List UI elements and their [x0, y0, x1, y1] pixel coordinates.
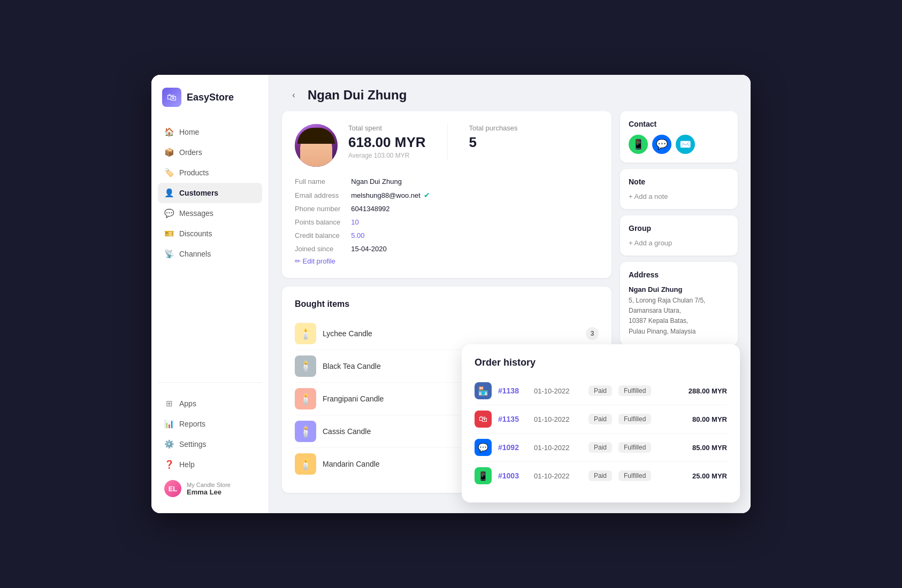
- order-id[interactable]: #1003: [498, 471, 528, 480]
- order-fulfillment: Fulfilled: [618, 385, 651, 396]
- order-date: 01-10-2022: [534, 387, 582, 395]
- orders-icon: 📦: [164, 148, 174, 157]
- item-thumbnail: 🕯️: [295, 421, 316, 442]
- sidebar-item-label: Customers: [179, 189, 218, 197]
- order-platform-icon: 🛍: [475, 411, 492, 428]
- channels-icon: 📡: [164, 249, 174, 259]
- total-purchases-label: Total purchases: [469, 124, 518, 132]
- sidebar-item-label: Apps: [179, 399, 196, 408]
- sidebar-item-help[interactable]: ❓ Help: [158, 454, 262, 475]
- sidebar-item-label: Messages: [179, 209, 213, 218]
- sidebar-item-channels[interactable]: 📡 Channels: [158, 244, 262, 264]
- total-spent-label: Total spent: [348, 124, 426, 132]
- item-name: Lychee Candle: [323, 329, 579, 338]
- credit-value: 5.00: [351, 231, 599, 239]
- order-history-title: Order history: [475, 357, 727, 368]
- note-title: Note: [629, 177, 729, 186]
- item-thumbnail: 🕯️: [295, 323, 316, 344]
- order-amount: 288.00 MYR: [689, 387, 727, 395]
- customer-profile-card: Total spent 618.00 MYR Average 103.00 MY…: [282, 111, 611, 278]
- sidebar-divider: [158, 382, 262, 383]
- order-amount: 80.00 MYR: [692, 415, 727, 423]
- sidebar-item-orders[interactable]: 📦 Orders: [158, 142, 262, 163]
- sidebar-item-products[interactable]: 🏷️ Products: [158, 163, 262, 183]
- sidebar-item-label: Home: [179, 128, 199, 136]
- user-info: My Candle Store Emma Lee: [187, 482, 231, 496]
- total-purchases-value: 5: [469, 134, 518, 151]
- sidebar-item-discounts[interactable]: 🎫 Discounts: [158, 223, 262, 244]
- sidebar-item-label: Orders: [179, 148, 202, 157]
- logo-text: EasyStore: [187, 92, 234, 103]
- order-id[interactable]: #1135: [498, 415, 528, 423]
- item-count: 3: [586, 327, 599, 340]
- email-label: Email address: [295, 191, 340, 199]
- sidebar-logo: 🛍 EasyStore: [151, 75, 269, 118]
- sidebar-item-label: Reports: [179, 420, 205, 428]
- orders-list: 🏪 #1138 01-10-2022 Paid Fulfilled 288.00…: [475, 377, 727, 490]
- sidebar-user[interactable]: EL My Candle Store Emma Lee: [158, 475, 262, 502]
- main-nav: 🏠 Home 📦 Orders 🏷️ Products 👤 Customers …: [151, 118, 269, 378]
- table-row: 📱 #1003 01-10-2022 Paid Fulfilled 25.00 …: [475, 462, 727, 490]
- add-note-button[interactable]: + Add a note: [629, 192, 729, 200]
- edit-profile-button[interactable]: ✏ Edit profile: [295, 257, 599, 265]
- messenger-button[interactable]: 💬: [652, 135, 671, 154]
- email-button[interactable]: ✉️: [676, 135, 695, 154]
- help-icon: ❓: [164, 460, 174, 469]
- contact-card: Contact 📱 💬 ✉️: [620, 111, 738, 163]
- email-value: melshung88@woo.net ✔: [351, 191, 599, 199]
- reports-icon: 📊: [164, 419, 174, 429]
- store-name: My Candle Store: [187, 482, 231, 488]
- page-title: Ngan Dui Zhung: [308, 88, 407, 103]
- order-status: Paid: [588, 470, 612, 481]
- sidebar-item-messages[interactable]: 💬 Messages: [158, 203, 262, 223]
- phone-value: 6041348992: [351, 205, 599, 213]
- joined-value: 15-04-2020: [351, 245, 599, 253]
- sidebar-item-label: Products: [179, 168, 209, 177]
- order-fulfillment: Fulfilled: [618, 414, 651, 424]
- customer-profile: Total spent 618.00 MYR Average 103.00 MY…: [295, 124, 599, 167]
- sidebar-item-label: Help: [179, 460, 195, 469]
- total-purchases-block: Total purchases 5: [469, 124, 518, 159]
- item-thumbnail: 🕯️: [295, 355, 316, 377]
- table-row: 🏪 #1138 01-10-2022 Paid Fulfilled 288.00…: [475, 377, 727, 405]
- stats-divider: [447, 124, 448, 159]
- order-id[interactable]: #1138: [498, 386, 528, 395]
- sidebar-item-home[interactable]: 🏠 Home: [158, 122, 262, 142]
- address-title: Address: [629, 270, 729, 279]
- sidebar-item-customers[interactable]: 👤 Customers: [158, 183, 262, 203]
- points-label: Points balance: [295, 218, 340, 226]
- customer-avatar: [295, 124, 338, 167]
- order-platform-icon: 🏪: [475, 382, 492, 399]
- avatar-hair: [297, 128, 335, 144]
- order-platform-icon: 💬: [475, 439, 492, 456]
- whatsapp-button[interactable]: 📱: [629, 135, 648, 154]
- avatar-face: [300, 132, 332, 167]
- order-date: 01-10-2022: [534, 472, 582, 480]
- points-value: 10: [351, 218, 599, 226]
- bought-items-title: Bought items: [295, 299, 599, 309]
- table-row: 🛍 #1135 01-10-2022 Paid Fulfilled 80.00 …: [475, 405, 727, 434]
- order-status: Paid: [588, 442, 612, 453]
- sidebar-item-apps[interactable]: ⊞ Apps: [158, 393, 262, 414]
- user-name: Emma Lee: [187, 488, 231, 496]
- order-history-panel: Order history 🏪 #1138 01-10-2022 Paid Fu…: [462, 344, 740, 502]
- order-status: Paid: [588, 385, 612, 396]
- group-card: Group + Add a group: [620, 215, 738, 256]
- add-group-button[interactable]: + Add a group: [629, 239, 729, 247]
- contact-icons: 📱 💬 ✉️: [629, 135, 729, 154]
- sidebar: 🛍 EasyStore 🏠 Home 📦 Orders 🏷️ Products …: [151, 75, 269, 513]
- avatar: EL: [164, 480, 181, 497]
- customers-icon: 👤: [164, 188, 174, 198]
- address-card: Address Ngan Dui Zhung 5, Lorong Raja Ch…: [620, 262, 738, 345]
- order-platform-icon: 📱: [475, 467, 492, 484]
- total-spent-block: Total spent 618.00 MYR Average 103.00 MY…: [348, 124, 426, 159]
- note-card: Note + Add a note: [620, 169, 738, 209]
- back-button[interactable]: ‹: [286, 88, 301, 103]
- order-id[interactable]: #1092: [498, 443, 528, 452]
- full-name-value: Ngan Dui Zhung: [351, 177, 599, 185]
- sidebar-item-label: Discounts: [179, 229, 212, 238]
- sidebar-item-settings[interactable]: ⚙️ Settings: [158, 434, 262, 454]
- order-amount: 85.00 MYR: [692, 444, 727, 452]
- sidebar-item-reports[interactable]: 📊 Reports: [158, 414, 262, 434]
- verified-icon: ✔: [424, 191, 430, 199]
